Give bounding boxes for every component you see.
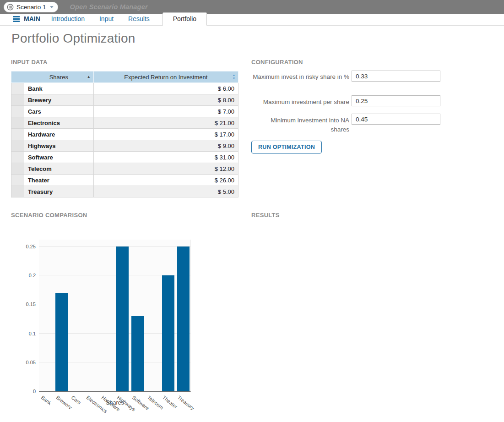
share-name: Hardware — [24, 129, 93, 140]
return-value-cell[interactable]: $ 31.00 — [93, 152, 238, 163]
tab-input[interactable]: Input — [93, 15, 120, 25]
max-risky-share-label: Maximum invest in risky share in % — [251, 72, 349, 82]
page-title: Portfolio Optimization — [11, 31, 135, 46]
return-value-cell[interactable]: $ 17.00 — [93, 129, 238, 140]
run-optimization-button[interactable]: RUN OPTIMIZATION — [251, 141, 322, 153]
max-investment-per-share-label: Maximum investment per share — [251, 98, 349, 107]
scenario-comparison-chart: Shares 00.050.10.150.20.25BankBreweryCar… — [18, 238, 220, 419]
row-selector — [11, 163, 24, 175]
min-investment-na-shares-label: Minimum investment into NA shares — [251, 116, 349, 134]
chart-x-tick-label: Cars — [70, 395, 82, 406]
row-selector — [11, 140, 24, 152]
table-row: Highways$ 9.00 — [11, 140, 238, 152]
table-row: Hardware$ 17.00 — [11, 129, 238, 140]
min-investment-na-shares-input[interactable] — [352, 114, 440, 125]
results-heading: RESULTS — [251, 212, 280, 219]
row-selector — [11, 152, 24, 163]
table-row: Software$ 31.00 — [11, 152, 238, 163]
tab-main[interactable]: MAIN — [13, 15, 40, 25]
return-value-cell[interactable]: $ 21.00 — [93, 117, 238, 129]
row-selector — [11, 117, 24, 129]
scenario-selector[interactable]: Scenario 1 — [4, 2, 58, 12]
row-selector — [11, 175, 24, 186]
configuration-heading: CONFIGURATION — [251, 59, 303, 66]
table-row: Electronics$ 21.00 — [11, 117, 238, 129]
tab-results[interactable]: Results — [122, 15, 156, 25]
return-value-cell[interactable]: $ 8.00 — [93, 94, 238, 106]
chart-y-tick-label: 0.15 — [18, 301, 36, 307]
chevron-down-icon — [50, 6, 54, 8]
row-selector — [11, 94, 24, 106]
share-name: Electronics — [24, 117, 93, 129]
share-name: Software — [24, 152, 93, 163]
tab-bar: MAIN Introduction Input Results Portfoli… — [0, 14, 504, 26]
open-scenario-manager-link[interactable]: Open Scenario Manager — [70, 3, 148, 11]
chart-plot-area — [39, 240, 191, 392]
share-name: Bank — [24, 83, 93, 94]
shares-column-label: Shares — [49, 74, 68, 81]
return-column-label: Expected Return on Investment — [124, 74, 207, 81]
sort-both-icon: ▲▼ — [233, 74, 235, 80]
scenario-icon — [7, 4, 14, 11]
return-value-cell[interactable]: $ 26.00 — [93, 175, 238, 186]
chart-bar-highways — [116, 247, 129, 391]
chart-bar-brewery — [55, 293, 68, 391]
chart-x-tick-label: Theater — [162, 395, 179, 410]
row-selector — [11, 83, 24, 94]
max-investment-per-share-input[interactable] — [352, 95, 440, 106]
table-row: Bank$ 6.00 — [11, 83, 238, 94]
share-name: Highways — [24, 140, 93, 152]
table-row: Treasury$ 5.00 — [11, 186, 238, 197]
scenario-name: Scenario 1 — [16, 4, 46, 11]
chart-y-tick-label: 0.05 — [18, 360, 36, 365]
app-window: Scenario 1 Open Scenario Manager MAIN In… — [0, 0, 504, 422]
return-value-cell[interactable]: $ 9.00 — [93, 140, 238, 152]
tab-introduction[interactable]: Introduction — [45, 15, 91, 25]
input-data-table: Shares ▲ Expected Return on Investment ▲… — [11, 71, 238, 197]
table-row: Cars$ 7.00 — [11, 106, 238, 117]
share-name: Theater — [24, 175, 93, 186]
chart-bar-treasury — [177, 247, 190, 391]
hamburger-icon — [13, 16, 20, 22]
selector-column-header — [11, 71, 24, 83]
chart-gridline — [39, 246, 190, 247]
shares-column-header[interactable]: Shares ▲ — [24, 71, 93, 83]
return-value-cell[interactable]: $ 5.00 — [93, 186, 238, 197]
row-selector — [11, 129, 24, 140]
max-risky-share-input[interactable] — [352, 71, 440, 82]
return-value-cell[interactable]: $ 12.00 — [93, 163, 238, 175]
chart-y-tick-label: 0.25 — [18, 244, 36, 249]
input-data-heading: INPUT DATA — [11, 59, 48, 66]
tab-main-label: MAIN — [24, 15, 40, 22]
tab-portfolio[interactable]: Portfolio — [163, 12, 207, 26]
chart-bar-software — [131, 316, 144, 391]
chart-y-tick-label: 0 — [18, 389, 36, 394]
share-name: Cars — [24, 106, 93, 117]
chart-y-tick-label: 0.2 — [18, 273, 36, 278]
chart-x-tick-label: Bank — [40, 395, 52, 406]
row-selector — [11, 106, 24, 117]
share-name: Telecom — [24, 163, 93, 175]
table-row: Telecom$ 12.00 — [11, 163, 238, 175]
chart-x-tick-label: Brewery — [55, 395, 73, 410]
chart-x-tick-label: Treasury — [177, 395, 195, 411]
table-row: Brewery$ 8.00 — [11, 94, 238, 106]
chart-bar-theater — [162, 275, 174, 391]
return-value-cell[interactable]: $ 7.00 — [93, 106, 238, 117]
return-column-header[interactable]: Expected Return on Investment ▲▼ — [93, 71, 238, 83]
top-bar: Scenario 1 Open Scenario Manager — [0, 0, 504, 14]
return-value-cell[interactable]: $ 6.00 — [93, 83, 238, 94]
table-header-row: Shares ▲ Expected Return on Investment ▲… — [11, 71, 238, 83]
row-selector — [11, 186, 24, 197]
scenario-comparison-heading: SCENARIO COMPARISON — [11, 212, 87, 219]
share-name: Brewery — [24, 94, 93, 106]
sort-ascending-icon: ▲ — [87, 75, 91, 79]
table-row: Theater$ 26.00 — [11, 175, 238, 186]
chart-y-tick-label: 0.1 — [18, 331, 36, 336]
share-name: Treasury — [24, 186, 93, 197]
